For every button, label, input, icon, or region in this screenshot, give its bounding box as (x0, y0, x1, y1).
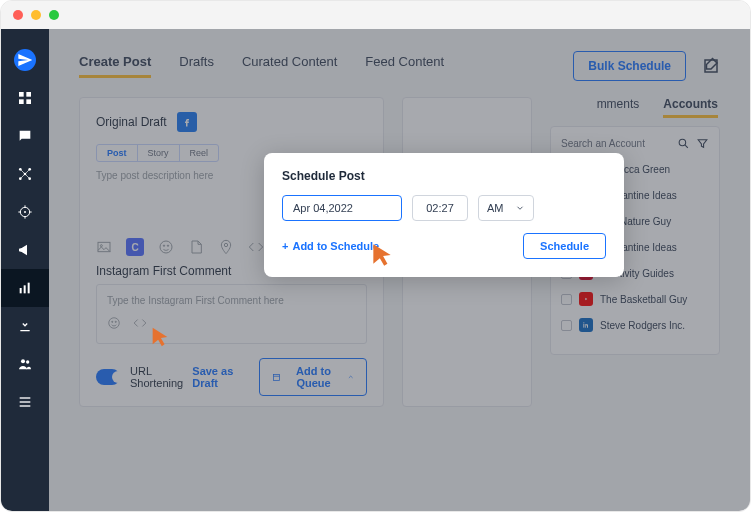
sidebar-settings[interactable] (1, 383, 49, 421)
schedule-modal: Schedule Post AM + Add to Schedule Sched… (264, 153, 624, 277)
chart-icon (17, 280, 33, 296)
svg-rect-19 (20, 288, 22, 293)
ampm-select[interactable]: AM (478, 195, 534, 221)
sidebar-megaphone[interactable] (1, 231, 49, 269)
svg-rect-21 (28, 283, 30, 294)
svg-rect-1 (26, 92, 31, 97)
svg-line-10 (26, 170, 29, 173)
svg-point-22 (21, 359, 25, 363)
svg-rect-2 (19, 99, 24, 104)
svg-rect-25 (20, 401, 31, 402)
svg-rect-26 (20, 405, 31, 406)
date-input[interactable] (282, 195, 402, 221)
svg-line-11 (21, 175, 24, 178)
sidebar-messages[interactable] (1, 117, 49, 155)
cursor-pointer-icon (369, 241, 395, 273)
sidebar-analytics[interactable] (1, 269, 49, 307)
network-icon (17, 166, 33, 182)
modal-title: Schedule Post (282, 169, 606, 183)
sidebar (1, 29, 49, 512)
svg-line-9 (21, 170, 24, 173)
megaphone-icon (17, 242, 33, 258)
plus-icon: + (282, 240, 288, 252)
window-close-icon[interactable] (13, 10, 23, 20)
download-icon (17, 318, 33, 334)
chevron-down-icon (515, 203, 525, 213)
grid-icon (17, 90, 33, 106)
sidebar-users[interactable] (1, 345, 49, 383)
svg-line-12 (26, 175, 29, 178)
settings-icon (17, 394, 33, 410)
svg-rect-0 (19, 92, 24, 97)
add-to-schedule-button[interactable]: + Add to Schedule (282, 240, 379, 252)
svg-rect-20 (24, 285, 26, 293)
users-icon (17, 356, 33, 372)
time-input[interactable] (412, 195, 468, 221)
window-minimize-icon[interactable] (31, 10, 41, 20)
sidebar-download[interactable] (1, 307, 49, 345)
window-titlebar (1, 1, 750, 29)
svg-point-23 (26, 360, 29, 363)
svg-rect-3 (26, 99, 31, 104)
svg-point-14 (24, 211, 26, 213)
target-icon (17, 204, 33, 220)
svg-rect-24 (20, 397, 31, 398)
paper-plane-icon (14, 49, 36, 71)
window-maximize-icon[interactable] (49, 10, 59, 20)
ampm-value: AM (487, 202, 504, 214)
chat-icon (17, 128, 33, 144)
cursor-pointer-icon-2 (149, 325, 171, 353)
sidebar-network[interactable] (1, 155, 49, 193)
add-schedule-label: Add to Schedule (292, 240, 379, 252)
sidebar-dashboard[interactable] (1, 79, 49, 117)
sidebar-compass[interactable] (1, 41, 49, 79)
sidebar-target[interactable] (1, 193, 49, 231)
schedule-button[interactable]: Schedule (523, 233, 606, 259)
